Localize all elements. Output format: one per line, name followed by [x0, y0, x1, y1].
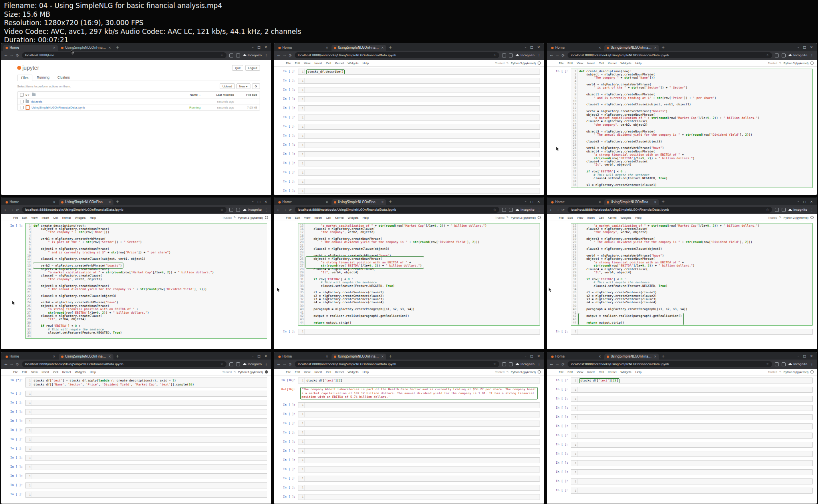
menu-view[interactable]: View [304, 216, 310, 219]
menu-widgets[interactable]: Widgets [348, 370, 359, 374]
menu-help[interactable]: Help [635, 216, 641, 219]
reload-icon[interactable]: ⟳ [289, 208, 292, 212]
notebook-cell[interactable]: 1516171819202122232425262728293031323334… [547, 223, 813, 326]
cell-input[interactable]: 1 [298, 87, 540, 93]
menu-file[interactable]: File [559, 216, 564, 219]
notebook-cell[interactable]: In [ ]:1 [274, 466, 540, 472]
tab-close-icon[interactable]: × [654, 355, 657, 358]
notebook-cell[interactable]: In [ ]:1 [547, 460, 813, 466]
browser-tab[interactable]: Home× [3, 354, 58, 360]
notebook-cell[interactable]: In [ ]:1 [1, 418, 267, 424]
cell-input[interactable]: 1516171819202122232425262728293031323334… [298, 223, 540, 326]
notebook-cell[interactable]: In [ ]:1 [1, 437, 267, 443]
notebook-cell[interactable]: In [ ]:1 [274, 439, 540, 445]
new-tab-button[interactable]: + [661, 200, 665, 204]
cell-input[interactable]: 1 [25, 400, 267, 406]
new-tab-button[interactable]: + [389, 354, 392, 358]
menu-help[interactable]: Help [635, 61, 641, 65]
cell-input[interactable]: 1stocks_df['text'][2] [298, 378, 540, 383]
cell-input[interactable]: 1 [298, 115, 540, 121]
forward-icon[interactable]: → [10, 362, 14, 366]
cell-input[interactable]: 1 [298, 142, 540, 148]
maximize-icon[interactable]: □ [803, 354, 806, 358]
tab-files[interactable]: Files [17, 75, 32, 81]
reload-icon[interactable]: ⟳ [289, 362, 292, 366]
file-name-link[interactable]: UsingSimpleNLGOnFinancialData.ipynb [32, 106, 85, 109]
close-icon[interactable]: × [537, 45, 540, 49]
address-bar[interactable]: localhost:8888/notebooks/UsingSimpleNLGO… [568, 207, 772, 213]
forward-icon[interactable]: → [556, 53, 559, 57]
tab-close-icon[interactable]: × [654, 46, 657, 49]
notebook-cell[interactable]: In [ ]:1 [547, 478, 813, 484]
menu-widgets[interactable]: Widgets [75, 370, 86, 374]
forward-icon[interactable]: → [556, 208, 559, 212]
address-bar[interactable]: localhost:8888/tree☆ [22, 52, 227, 58]
bookmark-star-icon[interactable]: ☆ [493, 208, 496, 211]
address-bar[interactable]: localhost:8888/notebooks/UsingSimpleNLGO… [22, 361, 227, 367]
extensions-icon[interactable] [236, 208, 240, 212]
menu-edit[interactable]: Edit [295, 370, 300, 374]
cell-input[interactable]: 1 [298, 457, 540, 463]
cell-input[interactable]: 1 [298, 151, 540, 157]
notebook-cell[interactable]: In [ ]:1 [547, 451, 813, 457]
menu-file[interactable]: File [286, 370, 291, 374]
browser-tab[interactable]: UsingSimpleNLGOnFinancia× [332, 354, 386, 360]
tab-running[interactable]: Running [33, 75, 53, 81]
cell-input[interactable]: 1 [25, 391, 267, 397]
notebook-cell[interactable]: In [ ]:1 [547, 469, 813, 475]
row-checkbox[interactable] [20, 100, 24, 103]
notebook-cell[interactable]: In [ ]:1 [274, 133, 540, 139]
notebook-cell[interactable]: Out[16]:'The company Abbott Laboratories… [274, 387, 540, 399]
cell-input[interactable]: 1stocks_df['text'][23] [571, 378, 813, 383]
menu-cell[interactable]: Cell [599, 61, 604, 65]
browser-tab[interactable]: Home× [276, 45, 331, 51]
cell-input[interactable]: 1 [571, 329, 813, 335]
notebook-cell[interactable]: In [ ]:1 [274, 329, 540, 335]
cell-input[interactable]: 1 [25, 492, 267, 498]
cell-input[interactable]: 1 [298, 411, 540, 417]
notebook-cell[interactable]: In [*]:12stocks_df['text'] = stocks_df.a… [1, 378, 267, 387]
tab-close-icon[interactable]: × [598, 200, 601, 204]
notebook-cell[interactable]: In [ ]:1 [1, 427, 267, 433]
maximize-icon[interactable]: □ [530, 45, 534, 49]
bookmark-star-icon[interactable]: ☆ [220, 362, 223, 366]
back-icon[interactable]: ← [4, 362, 8, 366]
menu-kebab-icon[interactable]: ⋮ [537, 53, 541, 57]
menu-insert[interactable]: Insert [314, 61, 322, 65]
notebook-cell[interactable]: In [ ]:1 [547, 387, 813, 393]
browser-tab[interactable]: UsingSimpleNLGOnFinancia× [604, 199, 659, 205]
cell-input[interactable]: 1 [25, 418, 267, 424]
menu-kernel[interactable]: Kernel [62, 216, 71, 219]
new-tab-button[interactable]: + [389, 45, 392, 49]
notebook-cell[interactable]: In [ ]:123456789101112131415161718192021… [1, 223, 267, 339]
browser-tab[interactable]: Home× [549, 354, 604, 360]
tab-close-icon[interactable]: × [53, 200, 56, 204]
reload-icon[interactable]: ⟳ [16, 208, 19, 212]
side-panel-icon[interactable] [775, 362, 779, 366]
back-icon[interactable]: ← [550, 208, 553, 212]
address-bar[interactable]: localhost:8888/notebooks/UsingSimpleNLGO… [568, 52, 772, 58]
cell-input[interactable]: 1 [298, 466, 540, 472]
tab-close-icon[interactable]: × [381, 355, 384, 358]
notebook-cell[interactable]: In [ ]:1 [547, 329, 813, 335]
minimize-icon[interactable]: – [252, 45, 254, 49]
close-icon[interactable]: × [810, 45, 813, 49]
back-icon[interactable]: ← [550, 53, 553, 57]
maximize-icon[interactable]: □ [530, 354, 534, 358]
cell-input[interactable]: 1234567891011121314151617181920212223242… [25, 223, 267, 339]
menu-cell[interactable]: Cell [53, 216, 58, 219]
minimize-icon[interactable]: – [798, 45, 799, 49]
bookmark-star-icon[interactable]: ☆ [766, 208, 769, 211]
side-panel-icon[interactable] [229, 362, 233, 366]
menu-kebab-icon[interactable]: ⋮ [537, 208, 541, 212]
menu-edit[interactable]: Edit [568, 216, 573, 219]
address-bar[interactable]: localhost:8888/notebooks/UsingSimpleNLGO… [568, 361, 772, 367]
extensions-icon[interactable] [236, 53, 240, 57]
menu-cell[interactable]: Cell [599, 216, 604, 219]
notebook-cell[interactable]: In [ ]:1 [274, 411, 540, 417]
row-checkbox[interactable] [20, 106, 24, 109]
reload-icon[interactable]: ⟳ [289, 53, 292, 57]
close-icon[interactable]: × [264, 200, 267, 204]
extensions-icon[interactable] [236, 362, 240, 366]
notebook-cell[interactable]: In [ ]:1 [274, 87, 540, 93]
